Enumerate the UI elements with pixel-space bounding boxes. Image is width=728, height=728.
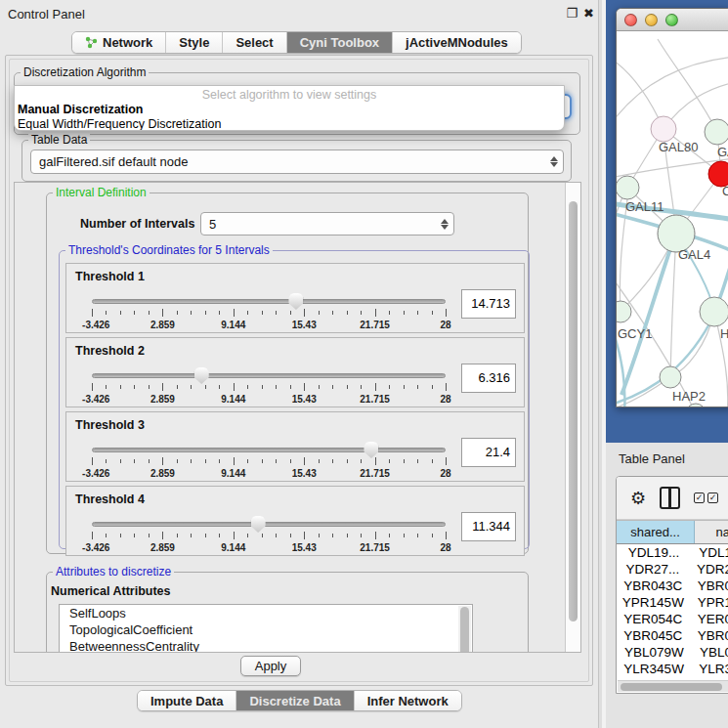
minimize-traffic-light-icon[interactable]	[645, 14, 658, 26]
tab-style[interactable]: Style	[166, 32, 223, 53]
tab-label: Impute Data	[150, 694, 223, 708]
slider-thumb[interactable]	[251, 516, 266, 533]
network-node[interactable]	[686, 404, 706, 407]
network-edge[interactable]	[670, 234, 676, 377]
panel-splitter[interactable]	[598, 0, 606, 728]
discretization-algorithm-group-title: Discretization Algorithm	[21, 65, 149, 79]
cell-name: YER0	[690, 612, 728, 628]
cell-name: YPR1	[690, 595, 728, 612]
interval-definition-title: Interval Definition	[53, 186, 150, 199]
dropdown-placeholder-item[interactable]: Select algorithm to view settings	[15, 86, 564, 103]
network-node-gal11[interactable]	[617, 176, 639, 199]
slider-thumb[interactable]	[364, 442, 378, 458]
settings-scroll-viewport: Interval Definition Number of Intervals …	[14, 182, 581, 653]
network-window-titlebar[interactable]	[617, 9, 728, 31]
close-window-icon[interactable]: ✖	[583, 6, 594, 21]
close-traffic-light-icon[interactable]	[624, 14, 637, 26]
tab-select[interactable]: Select	[223, 32, 286, 53]
threshold-value-field[interactable]: 6.316	[461, 364, 516, 393]
table-row[interactable]: YBL079WYBL0	[617, 645, 728, 662]
network-node-label: GAL80	[659, 140, 698, 154]
cell-shared-name: YBR045C	[617, 628, 690, 645]
panel-title: Control Panel	[8, 7, 85, 21]
table-row[interactable]: YPR145WYPR1	[617, 595, 728, 612]
attribute-list-item[interactable]: BetweennessCentrality	[60, 638, 472, 653]
threshold-label: Threshold 1	[75, 270, 145, 283]
attribute-list-item[interactable]: TopologicalCoefficient	[60, 621, 472, 638]
threshold-label: Threshold 2	[75, 344, 145, 358]
table-row[interactable]: YBR043CYBR0	[617, 578, 728, 595]
threshold-slider[interactable]: -3.4262.8599.14415.4321.71528	[92, 516, 446, 553]
apply-button[interactable]: Apply	[240, 656, 301, 676]
slider-thumb[interactable]	[288, 293, 303, 310]
table-row[interactable]: YDL19...YDL1	[617, 545, 728, 562]
checkbox-icon[interactable]: ✓	[694, 492, 705, 503]
numerical-attributes-list[interactable]: SelfLoopsTopologicalCoefficientBetweenne…	[59, 604, 473, 653]
dropdown-item-equal-width-frequency[interactable]: Equal Width/Frequency Discretization	[15, 117, 564, 131]
table-panel: Table Panel ⚙ ✓ ✓ shared... na YDL19...Y…	[606, 443, 728, 728]
cell-name: YBR0	[690, 628, 728, 645]
threshold-value-field[interactable]: 21.4	[461, 438, 516, 467]
float-window-icon[interactable]: ❐	[566, 6, 578, 21]
threshold-panel: Threshold 3-3.4262.8599.14415.4321.71528…	[65, 411, 525, 482]
settings-vertical-scrollbar[interactable]	[565, 183, 580, 652]
cell-shared-name: YER054C	[617, 612, 690, 628]
network-node-gal80[interactable]	[651, 116, 676, 142]
network-node-hap2[interactable]	[660, 366, 681, 388]
table-horizontal-scrollbar[interactable]	[618, 680, 728, 692]
tab-impute-data[interactable]: Impute Data	[138, 691, 236, 710]
tab-cyni-toolbox[interactable]: Cyni Toolbox	[287, 32, 393, 53]
cell-name: YDL1	[691, 545, 728, 562]
tab-discretize-data[interactable]: Discretize Data	[236, 691, 354, 710]
threshold-slider[interactable]: -3.4262.8599.14415.4321.71528	[92, 367, 446, 405]
threshold-label: Threshold 4	[75, 492, 145, 506]
column-header-name[interactable]: na	[695, 521, 728, 543]
zoom-traffic-light-icon[interactable]	[665, 14, 678, 26]
slider-thumb[interactable]	[194, 367, 209, 384]
network-canvas[interactable]: GAL80GACGAL11GAL4GCY1HHAP2	[617, 31, 728, 407]
tab-network[interactable]: Network	[72, 32, 166, 53]
slider-track	[92, 373, 446, 378]
gear-icon[interactable]: ⚙	[630, 490, 646, 507]
column-header-shared-name[interactable]: shared...	[617, 521, 695, 543]
network-node-h[interactable]	[700, 297, 728, 326]
number-of-intervals-spinner[interactable]: 5	[200, 212, 454, 236]
table-row[interactable]: YBR045CYBR0	[617, 628, 728, 645]
numerical-attributes-label: Numerical Attributes	[51, 584, 170, 598]
dropdown-item-manual-discretization[interactable]: Manual Discretization	[15, 103, 564, 117]
slider-track	[92, 448, 446, 452]
select-columns-icons[interactable]: ✓ ✓	[694, 492, 718, 503]
threshold-slider[interactable]: -3.4262.8599.14415.4321.71528	[92, 293, 446, 330]
columns-icon[interactable]	[660, 487, 680, 509]
tab-jactivemnodules[interactable]: jActiveMNodules	[393, 32, 521, 53]
cell-name: YBR0	[690, 578, 728, 595]
cell-shared-name: YPR145W	[617, 595, 690, 612]
control-panel: Control Panel ❐ ✖ NetworkStyleSelectCyni…	[0, 0, 598, 728]
slider-track	[92, 299, 446, 304]
tab-label: Style	[179, 35, 209, 50]
tab-label: Discretize Data	[249, 694, 340, 708]
network-edge[interactable]	[617, 57, 728, 124]
attributes-list-scrollbar[interactable]	[458, 606, 471, 653]
table-row[interactable]: YLR345WYLR3	[617, 662, 728, 678]
network-node-label: GCY1	[618, 326, 652, 341]
threshold-value-field[interactable]: 11.344	[461, 512, 516, 541]
bottom-tabbar: Impute DataDiscretize DataInfer Network	[137, 690, 462, 711]
table-data-selected-value: galFiltered.sif default node	[31, 154, 545, 169]
table-row[interactable]: YER054CYER0	[617, 612, 728, 628]
table-data-combobox[interactable]: galFiltered.sif default node	[30, 150, 564, 174]
table-rows: YDL19...YDL1YDR27...YDR2YBR043CYBR0YPR14…	[617, 545, 728, 680]
network-node-ga[interactable]	[705, 119, 728, 145]
threshold-slider[interactable]: -3.4262.8599.14415.4321.71528	[92, 442, 446, 479]
tab-infer-network[interactable]: Infer Network	[355, 691, 461, 710]
checkbox-icon[interactable]: ✓	[707, 492, 718, 503]
attributes-group: Attributes to discretize Numerical Attri…	[46, 572, 529, 653]
threshold-value-field[interactable]: 14.713	[461, 289, 516, 319]
tab-label: jActiveMNodules	[406, 35, 508, 50]
network-node-gcy1[interactable]	[617, 301, 631, 322]
cell-name: YLR3	[691, 662, 728, 678]
tab-label: Infer Network	[367, 694, 449, 708]
threshold-panel: Threshold 2-3.4262.8599.14415.4321.71528…	[65, 337, 525, 407]
table-row[interactable]: YDR27...YDR2	[617, 562, 728, 578]
attribute-list-item[interactable]: SelfLoops	[60, 605, 472, 621]
